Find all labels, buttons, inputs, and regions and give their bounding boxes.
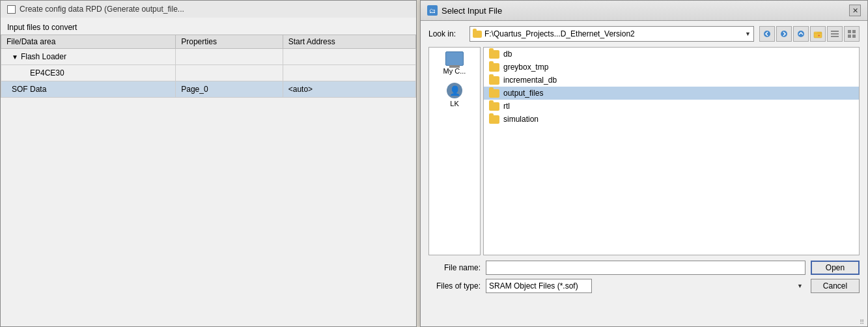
sof-address: <auto>: [283, 81, 415, 98]
toolbar-buttons: +: [759, 26, 860, 42]
computer-icon: [445, 51, 464, 66]
filetype-label: Files of type:: [428, 281, 481, 291]
list-item[interactable]: db: [484, 48, 859, 61]
cancel-button[interactable]: Cancel: [811, 279, 860, 293]
flash-loader-item[interactable]: ▼ Flash Loader: [7, 51, 170, 63]
background-panel: Create config data RPD (Generate output_…: [0, 0, 417, 327]
forward-button[interactable]: [776, 26, 792, 42]
svg-point-0: [764, 31, 770, 37]
svg-rect-11: [848, 35, 851, 38]
open-button[interactable]: Open: [811, 261, 860, 275]
chevron-icon: ▼: [12, 53, 18, 61]
files-panel[interactable]: db greybox_tmp incremental_db output_fil…: [483, 47, 860, 255]
places-panel: My C... 👤 LK: [428, 47, 481, 255]
file-label: incremental_db: [503, 76, 557, 85]
dialog-content: Look in: F:\Quartus_Projects...D_Etherne…: [421, 21, 867, 302]
combo-arrow-icon: ▼: [745, 31, 751, 37]
folder-icon: [489, 102, 499, 111]
list-item[interactable]: greybox_tmp: [484, 61, 859, 74]
svg-point-1: [781, 31, 787, 37]
browser-area: My C... 👤 LK db greybox_tmp: [428, 47, 860, 255]
folder-icon: [489, 50, 499, 59]
up-button[interactable]: [793, 26, 809, 42]
list-item[interactable]: output_files: [484, 87, 859, 100]
folder-icon: [489, 89, 499, 98]
svg-point-2: [798, 31, 804, 37]
lookin-row: Look in: F:\Quartus_Projects...D_Etherne…: [428, 26, 860, 42]
file-label: output_files: [503, 89, 543, 98]
filetype-select[interactable]: SRAM Object Files (*.sof): [486, 279, 592, 293]
svg-rect-9: [848, 30, 851, 33]
lookin-combo[interactable]: F:\Quartus_Projects...D_Ethernet_Version…: [469, 26, 754, 42]
lk-place[interactable]: 👤 LK: [429, 79, 480, 111]
back-button[interactable]: [759, 26, 775, 42]
my-computer-label: My C...: [443, 67, 466, 75]
sof-page: Page_0: [176, 81, 283, 98]
detail-view-button[interactable]: [844, 26, 860, 42]
ep4ce30-label: EP4CE30: [30, 68, 64, 78]
file-label: rtl: [503, 102, 510, 111]
rpd-checkbox[interactable]: [7, 5, 16, 14]
table-row[interactable]: ▼ Flash Loader: [1, 49, 416, 65]
svg-rect-8: [831, 36, 839, 37]
svg-rect-6: [831, 31, 839, 32]
dialog-title-left: 🗂 Select Input File: [427, 5, 502, 16]
lookin-label: Look in:: [428, 29, 464, 38]
filename-input[interactable]: [486, 261, 805, 275]
filetype-select-wrapper[interactable]: SRAM Object Files (*.sof): [486, 279, 805, 293]
ep4ce30-item[interactable]: EP4CE30: [7, 67, 170, 79]
list-item[interactable]: simulation: [484, 113, 859, 126]
my-computer-place[interactable]: My C...: [429, 48, 480, 79]
table-row[interactable]: EP4CE30: [1, 65, 416, 81]
dialog-icon: 🗂: [427, 5, 438, 16]
new-folder-button[interactable]: +: [810, 26, 826, 42]
lk-label: LK: [450, 100, 458, 107]
col-properties: Properties: [176, 35, 283, 49]
header-row: Create config data RPD (Generate output_…: [1, 1, 416, 18]
file-label: greybox_tmp: [503, 63, 548, 72]
flash-loader-label: Flash Loader: [21, 52, 66, 61]
folder-icon: [489, 76, 499, 85]
svg-rect-7: [831, 33, 839, 35]
filename-row: File name: Open: [428, 261, 860, 275]
sof-data-label: SOF Data: [12, 85, 46, 94]
user-icon: 👤: [447, 83, 462, 98]
filetype-row: Files of type: SRAM Object Files (*.sof)…: [428, 279, 860, 293]
file-label: simulation: [503, 115, 539, 124]
svg-rect-12: [852, 35, 856, 38]
file-label: db: [503, 50, 512, 59]
table-row[interactable]: SOF Data Page_0 <auto>: [1, 81, 416, 98]
rpd-label: Create config data RPD (Generate output_…: [20, 5, 184, 14]
close-button[interactable]: ✕: [849, 5, 861, 16]
section-title: Input files to convert: [1, 18, 416, 35]
list-item[interactable]: incremental_db: [484, 74, 859, 87]
col-file-data: File/Data area: [1, 35, 176, 49]
input-files-table: File/Data area Properties Start Address …: [1, 35, 416, 98]
folder-icon: [489, 63, 499, 72]
sof-data-item[interactable]: SOF Data: [7, 83, 170, 95]
col-start-address: Start Address: [283, 35, 415, 49]
dialog-titlebar: 🗂 Select Input File ✕: [421, 1, 867, 21]
dialog-title: Select Input File: [441, 6, 502, 16]
svg-rect-10: [852, 30, 856, 33]
folder-icon: [489, 115, 499, 124]
svg-text:+: +: [818, 33, 820, 37]
lookin-path: F:\Quartus_Projects...D_Ethernet_Version…: [484, 29, 742, 38]
list-view-button[interactable]: [827, 26, 843, 42]
select-input-file-dialog: 🗂 Select Input File ✕ Look in: F:\Quartu…: [420, 0, 868, 327]
resize-handle[interactable]: ⠿: [860, 319, 866, 325]
list-item[interactable]: rtl: [484, 100, 859, 113]
filename-label: File name:: [428, 263, 481, 272]
folder-icon: [473, 31, 482, 38]
